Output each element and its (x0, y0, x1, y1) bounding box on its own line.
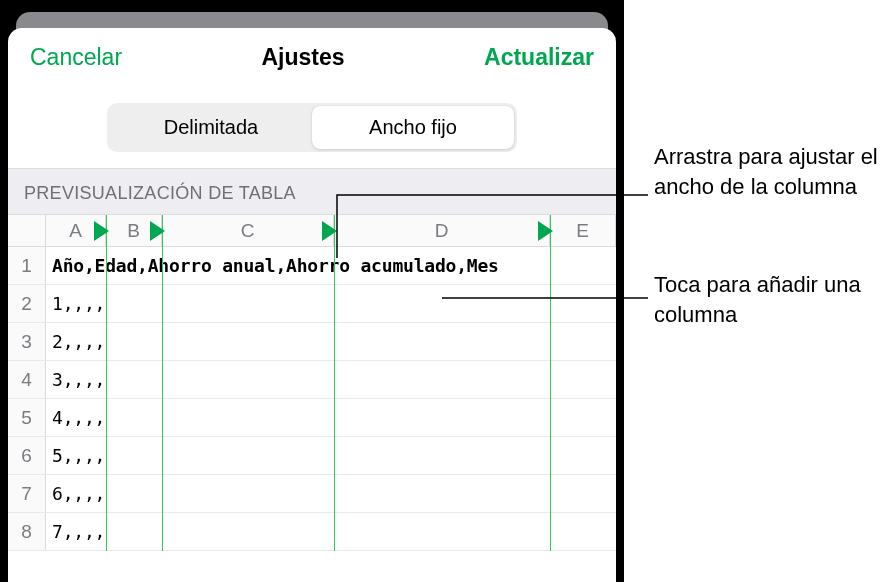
column-header-d[interactable]: D (334, 215, 550, 246)
row-number[interactable]: 5 (8, 399, 46, 436)
table-row: 2 1,,,, (8, 285, 616, 323)
row-content: 5,,,, (46, 445, 105, 466)
device-frame: Cancelar Ajustes Actualizar Delimitada A… (0, 0, 624, 582)
column-divider[interactable] (334, 215, 335, 551)
table-rows: 1 Año,Edad,Ahorro anual,Ahorro acumulado… (8, 247, 616, 551)
table-row: 7 6,,,, (8, 475, 616, 513)
table-row: 3 2,,,, (8, 323, 616, 361)
column-divider-handle-icon[interactable] (150, 221, 165, 241)
row-content: 1,,,, (46, 293, 105, 314)
row-content: 7,,,, (46, 521, 105, 542)
segment-fixed-width[interactable]: Ancho fijo (312, 106, 514, 149)
annotations-panel: Arrastra para ajustar el ancho de la col… (624, 0, 884, 582)
import-mode-segmented-control[interactable]: Delimitada Ancho fijo (107, 103, 517, 152)
row-number[interactable]: 1 (8, 247, 46, 284)
row-content: 2,,,, (46, 331, 105, 352)
row-content: 4,,,, (46, 407, 105, 428)
column-header-c[interactable]: C (162, 215, 334, 246)
table-row: 4 3,,,, (8, 361, 616, 399)
column-divider-handle-icon[interactable] (94, 221, 109, 241)
column-headers-row: A B C D E (8, 215, 616, 247)
annotation-tap-add: Toca para añadir una columna (654, 270, 884, 329)
table-row: 6 5,,,, (8, 437, 616, 475)
row-number[interactable]: 6 (8, 437, 46, 474)
table-preview-section-label: PREVISUALIZACIÓN DE TABLA (8, 168, 616, 215)
sheet-title: Ajustes (262, 44, 345, 71)
annotation-drag-resize: Arrastra para ajustar el ancho de la col… (654, 142, 884, 201)
column-divider[interactable] (550, 215, 551, 551)
table-preview[interactable]: A B C D E 1 Año,Edad,Ahorro anual,Ahorro… (8, 215, 616, 551)
row-content: 3,,,, (46, 369, 105, 390)
settings-sheet: Cancelar Ajustes Actualizar Delimitada A… (8, 28, 616, 582)
row-number[interactable]: 8 (8, 513, 46, 550)
column-divider-handle-icon[interactable] (322, 221, 337, 241)
row-content: 6,,,, (46, 483, 105, 504)
column-header-e[interactable]: E (550, 215, 616, 246)
row-number[interactable]: 3 (8, 323, 46, 360)
cancel-button[interactable]: Cancelar (30, 44, 122, 71)
update-button[interactable]: Actualizar (484, 44, 594, 71)
table-row: 8 7,,,, (8, 513, 616, 551)
column-divider-handle-icon[interactable] (538, 221, 553, 241)
rownum-spacer (8, 215, 46, 246)
segment-delimited[interactable]: Delimitada (110, 106, 312, 149)
column-divider[interactable] (162, 215, 163, 551)
row-content: Año,Edad,Ahorro anual,Ahorro acumulado,M… (46, 255, 499, 276)
row-number[interactable]: 7 (8, 475, 46, 512)
sheet-header: Cancelar Ajustes Actualizar (8, 28, 616, 85)
column-divider[interactable] (106, 215, 107, 551)
row-number[interactable]: 2 (8, 285, 46, 322)
table-row: 5 4,,,, (8, 399, 616, 437)
table-row: 1 Año,Edad,Ahorro anual,Ahorro acumulado… (8, 247, 616, 285)
row-number[interactable]: 4 (8, 361, 46, 398)
